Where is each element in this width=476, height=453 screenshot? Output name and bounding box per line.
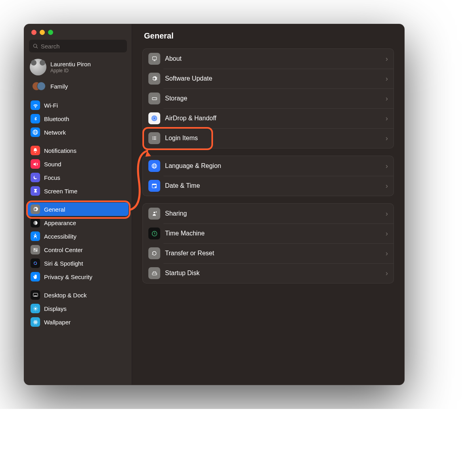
disk-icon <box>148 267 160 279</box>
row-label: Date & Time <box>165 182 386 189</box>
svg-point-3 <box>35 234 36 235</box>
svg-point-27 <box>152 138 153 139</box>
chevron-right-icon: › <box>386 75 388 83</box>
sidebar-item-notifications[interactable]: Notifications <box>27 144 129 157</box>
svg-rect-34 <box>152 184 157 185</box>
row-label: Software Update <box>165 75 386 82</box>
family-row[interactable]: Family <box>24 79 132 97</box>
svg-point-21 <box>155 98 156 98</box>
storage-icon <box>148 93 160 104</box>
sidebar-item-appearance[interactable]: Appearance <box>27 216 129 229</box>
row-storage[interactable]: Storage› <box>143 89 393 108</box>
chevron-right-icon: › <box>386 229 388 238</box>
sidebar-nav: Wi-FiBluetoothNetworkNotificationsSoundF… <box>24 97 132 329</box>
sidebar-item-control-center[interactable]: Control Center <box>27 243 129 256</box>
svg-point-29 <box>152 139 153 140</box>
sidebar-item-wallpaper[interactable]: Wallpaper <box>27 315 129 329</box>
gear-icon <box>31 204 40 214</box>
row-software-update[interactable]: Software Update› <box>143 69 393 89</box>
sidebar-item-displays[interactable]: Displays <box>27 302 129 315</box>
row-label: Transfer or Reset <box>165 250 386 257</box>
maximize-button[interactable] <box>48 30 53 35</box>
window-controls <box>24 24 132 40</box>
row-label: Time Machine <box>165 230 386 237</box>
sidebar-item-label: Displays <box>44 305 67 312</box>
sidebar-item-siri-spotlight[interactable]: Siri & Spotlight <box>27 256 129 270</box>
chevron-right-icon: › <box>386 134 388 143</box>
sidebar-item-label: Notifications <box>44 147 77 154</box>
cc-icon <box>31 245 40 254</box>
close-button[interactable] <box>31 30 36 35</box>
sidebar-item-label: Screen Time <box>44 188 77 195</box>
list-icon <box>148 132 160 144</box>
content-pane: General About›Software Update›Storage›Ai… <box>132 24 404 385</box>
search-input[interactable] <box>41 43 123 50</box>
sidebar-item-focus[interactable]: Focus <box>27 171 129 184</box>
page-title: General <box>144 31 394 40</box>
sidebar-item-label: Bluetooth <box>44 116 69 122</box>
svg-point-36 <box>154 212 155 213</box>
minimize-button[interactable] <box>40 30 45 35</box>
acc-icon <box>31 231 40 241</box>
account-name: Laurentiu Piron <box>50 61 91 68</box>
chevron-right-icon: › <box>386 249 388 258</box>
row-login-items[interactable]: Login Items› <box>143 128 393 148</box>
globe-icon <box>31 127 40 137</box>
svg-point-39 <box>155 274 156 274</box>
sidebar-item-label: Focus <box>44 174 60 181</box>
about-icon <box>148 53 160 65</box>
sidebar-item-label: Appearance <box>44 220 76 226</box>
sidebar-item-label: Wallpaper <box>44 319 71 326</box>
sidebar-item-label: Privacy & Security <box>44 274 92 280</box>
account-row[interactable]: Laurentiu Piron Apple ID <box>24 56 132 79</box>
sidebar-item-desktop-dock[interactable]: Desktop & Dock <box>27 288 129 302</box>
bt-icon <box>31 114 40 123</box>
wifi-icon <box>31 100 40 110</box>
svg-rect-19 <box>154 60 155 61</box>
svg-point-14 <box>35 322 36 323</box>
row-about[interactable]: About› <box>143 49 393 69</box>
chevron-right-icon: › <box>386 55 388 63</box>
row-date-time[interactable]: Date & Time› <box>143 176 393 196</box>
svg-rect-18 <box>152 56 156 60</box>
row-time-machine[interactable]: Time Machine› <box>143 224 393 243</box>
svg-rect-26 <box>154 137 156 137</box>
sidebar-item-label: Desktop & Dock <box>44 292 87 299</box>
siri-icon <box>31 258 40 268</box>
reset-icon <box>148 247 160 259</box>
row-label: Login Items <box>165 135 386 142</box>
sidebar-item-network[interactable]: Network <box>27 125 129 139</box>
sound-icon <box>31 159 40 169</box>
cal-icon <box>148 180 160 192</box>
row-label: Storage <box>165 95 386 102</box>
avatar <box>30 59 46 75</box>
row-language-region[interactable]: Language & Region› <box>143 156 393 176</box>
svg-rect-28 <box>154 138 156 138</box>
sidebar-item-accessibility[interactable]: Accessibility <box>27 229 129 243</box>
airdrop-icon <box>148 112 160 124</box>
chevron-right-icon: › <box>386 162 388 170</box>
svg-point-25 <box>152 137 153 137</box>
sidebar-item-bluetooth[interactable]: Bluetooth <box>27 112 129 125</box>
sidebar-item-wi-fi[interactable]: Wi-Fi <box>27 98 129 112</box>
svg-point-5 <box>34 249 35 249</box>
hand-icon <box>31 272 40 281</box>
row-transfer-or-reset[interactable]: Transfer or Reset› <box>143 243 393 263</box>
row-sharing[interactable]: Sharing› <box>143 204 393 224</box>
dock-icon <box>31 290 40 300</box>
tm-icon <box>148 227 160 239</box>
search-field[interactable] <box>29 40 127 52</box>
sidebar-item-general[interactable]: General <box>27 202 129 216</box>
sidebar-item-screen-time[interactable]: Screen Time <box>27 184 129 198</box>
family-label: Family <box>50 83 68 90</box>
settings-window: Laurentiu Piron Apple ID Family Wi-FiBlu… <box>24 24 405 385</box>
row-startup-disk[interactable]: Startup Disk› <box>143 263 393 283</box>
bell-icon <box>31 146 40 155</box>
sidebar-item-privacy-security[interactable]: Privacy & Security <box>27 270 129 283</box>
sidebar-item-sound[interactable]: Sound <box>27 157 129 171</box>
globe-icon <box>148 160 160 172</box>
row-label: Sharing <box>165 210 386 217</box>
chevron-right-icon: › <box>386 182 388 190</box>
svg-point-22 <box>154 118 155 119</box>
row-airdrop-handoff[interactable]: AirDrop & Handoff› <box>143 108 393 128</box>
